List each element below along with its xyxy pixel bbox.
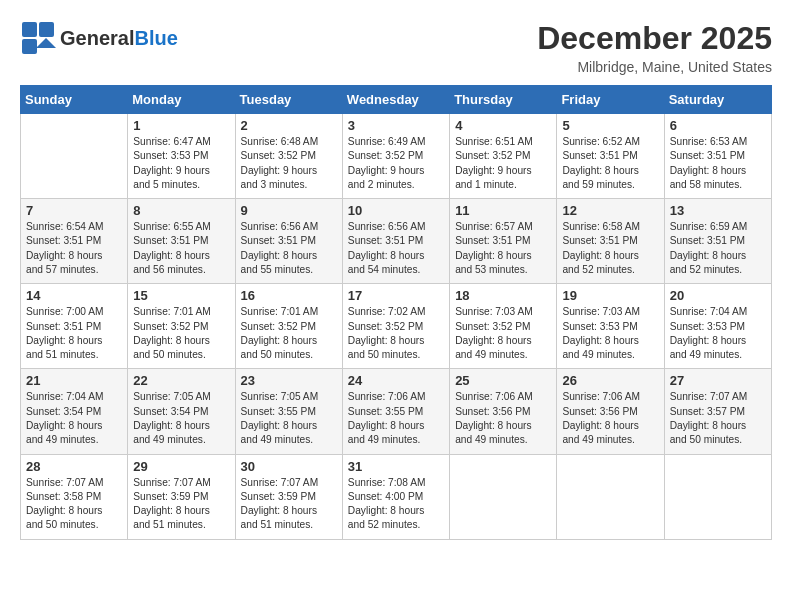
logo-icon — [20, 20, 56, 56]
day-number: 1 — [133, 118, 229, 133]
calendar-cell: 14Sunrise: 7:00 AM Sunset: 3:51 PM Dayli… — [21, 284, 128, 369]
cell-info: Sunrise: 6:52 AM Sunset: 3:51 PM Dayligh… — [562, 135, 658, 192]
cell-info: Sunrise: 6:56 AM Sunset: 3:51 PM Dayligh… — [241, 220, 337, 277]
day-number: 27 — [670, 373, 766, 388]
day-number: 5 — [562, 118, 658, 133]
calendar-cell: 3Sunrise: 6:49 AM Sunset: 3:52 PM Daylig… — [342, 114, 449, 199]
cell-info: Sunrise: 7:07 AM Sunset: 3:57 PM Dayligh… — [670, 390, 766, 447]
calendar-cell: 16Sunrise: 7:01 AM Sunset: 3:52 PM Dayli… — [235, 284, 342, 369]
day-number: 26 — [562, 373, 658, 388]
cell-info: Sunrise: 6:55 AM Sunset: 3:51 PM Dayligh… — [133, 220, 229, 277]
calendar-cell: 28Sunrise: 7:07 AM Sunset: 3:58 PM Dayli… — [21, 454, 128, 539]
day-number: 14 — [26, 288, 122, 303]
svg-rect-1 — [39, 22, 54, 37]
title-block: December 2025 Milbridge, Maine, United S… — [537, 20, 772, 75]
calendar-week-4: 21Sunrise: 7:04 AM Sunset: 3:54 PM Dayli… — [21, 369, 772, 454]
day-number: 18 — [455, 288, 551, 303]
day-number: 3 — [348, 118, 444, 133]
day-number: 2 — [241, 118, 337, 133]
calendar-cell: 22Sunrise: 7:05 AM Sunset: 3:54 PM Dayli… — [128, 369, 235, 454]
calendar-cell: 31Sunrise: 7:08 AM Sunset: 4:00 PM Dayli… — [342, 454, 449, 539]
cell-info: Sunrise: 7:03 AM Sunset: 3:53 PM Dayligh… — [562, 305, 658, 362]
day-number: 4 — [455, 118, 551, 133]
calendar-cell: 19Sunrise: 7:03 AM Sunset: 3:53 PM Dayli… — [557, 284, 664, 369]
calendar-cell: 8Sunrise: 6:55 AM Sunset: 3:51 PM Daylig… — [128, 199, 235, 284]
logo: GeneralBlue — [20, 20, 178, 56]
calendar-cell — [664, 454, 771, 539]
calendar-cell: 5Sunrise: 6:52 AM Sunset: 3:51 PM Daylig… — [557, 114, 664, 199]
calendar-cell: 18Sunrise: 7:03 AM Sunset: 3:52 PM Dayli… — [450, 284, 557, 369]
calendar-cell: 1Sunrise: 6:47 AM Sunset: 3:53 PM Daylig… — [128, 114, 235, 199]
svg-rect-0 — [22, 22, 37, 37]
calendar-cell: 27Sunrise: 7:07 AM Sunset: 3:57 PM Dayli… — [664, 369, 771, 454]
day-number: 15 — [133, 288, 229, 303]
calendar-cell: 7Sunrise: 6:54 AM Sunset: 3:51 PM Daylig… — [21, 199, 128, 284]
cell-info: Sunrise: 6:47 AM Sunset: 3:53 PM Dayligh… — [133, 135, 229, 192]
logo-general: General — [60, 27, 134, 49]
cell-info: Sunrise: 7:08 AM Sunset: 4:00 PM Dayligh… — [348, 476, 444, 533]
day-number: 23 — [241, 373, 337, 388]
calendar-cell — [450, 454, 557, 539]
cell-info: Sunrise: 6:56 AM Sunset: 3:51 PM Dayligh… — [348, 220, 444, 277]
calendar-cell: 11Sunrise: 6:57 AM Sunset: 3:51 PM Dayli… — [450, 199, 557, 284]
day-header-saturday: Saturday — [664, 86, 771, 114]
svg-rect-2 — [22, 39, 37, 54]
calendar-cell: 4Sunrise: 6:51 AM Sunset: 3:52 PM Daylig… — [450, 114, 557, 199]
day-number: 9 — [241, 203, 337, 218]
cell-info: Sunrise: 7:07 AM Sunset: 3:59 PM Dayligh… — [133, 476, 229, 533]
calendar-week-1: 1Sunrise: 6:47 AM Sunset: 3:53 PM Daylig… — [21, 114, 772, 199]
calendar-week-3: 14Sunrise: 7:00 AM Sunset: 3:51 PM Dayli… — [21, 284, 772, 369]
cell-info: Sunrise: 7:06 AM Sunset: 3:56 PM Dayligh… — [455, 390, 551, 447]
cell-info: Sunrise: 7:02 AM Sunset: 3:52 PM Dayligh… — [348, 305, 444, 362]
calendar-cell — [557, 454, 664, 539]
cell-info: Sunrise: 6:58 AM Sunset: 3:51 PM Dayligh… — [562, 220, 658, 277]
day-number: 10 — [348, 203, 444, 218]
cell-info: Sunrise: 6:48 AM Sunset: 3:52 PM Dayligh… — [241, 135, 337, 192]
cell-info: Sunrise: 7:06 AM Sunset: 3:56 PM Dayligh… — [562, 390, 658, 447]
cell-info: Sunrise: 7:04 AM Sunset: 3:53 PM Dayligh… — [670, 305, 766, 362]
cell-info: Sunrise: 6:57 AM Sunset: 3:51 PM Dayligh… — [455, 220, 551, 277]
day-number: 22 — [133, 373, 229, 388]
cell-info: Sunrise: 7:00 AM Sunset: 3:51 PM Dayligh… — [26, 305, 122, 362]
cell-info: Sunrise: 7:07 AM Sunset: 3:58 PM Dayligh… — [26, 476, 122, 533]
calendar-cell: 26Sunrise: 7:06 AM Sunset: 3:56 PM Dayli… — [557, 369, 664, 454]
calendar-cell: 17Sunrise: 7:02 AM Sunset: 3:52 PM Dayli… — [342, 284, 449, 369]
day-number: 11 — [455, 203, 551, 218]
day-header-sunday: Sunday — [21, 86, 128, 114]
day-header-wednesday: Wednesday — [342, 86, 449, 114]
calendar-cell: 24Sunrise: 7:06 AM Sunset: 3:55 PM Dayli… — [342, 369, 449, 454]
calendar-cell: 25Sunrise: 7:06 AM Sunset: 3:56 PM Dayli… — [450, 369, 557, 454]
month-title: December 2025 — [537, 20, 772, 57]
day-number: 13 — [670, 203, 766, 218]
logo-blue: Blue — [134, 27, 177, 49]
cell-info: Sunrise: 7:01 AM Sunset: 3:52 PM Dayligh… — [241, 305, 337, 362]
day-header-friday: Friday — [557, 86, 664, 114]
calendar-week-5: 28Sunrise: 7:07 AM Sunset: 3:58 PM Dayli… — [21, 454, 772, 539]
day-number: 31 — [348, 459, 444, 474]
day-number: 29 — [133, 459, 229, 474]
cell-info: Sunrise: 7:01 AM Sunset: 3:52 PM Dayligh… — [133, 305, 229, 362]
day-number: 12 — [562, 203, 658, 218]
day-number: 20 — [670, 288, 766, 303]
cell-info: Sunrise: 7:07 AM Sunset: 3:59 PM Dayligh… — [241, 476, 337, 533]
cell-info: Sunrise: 7:03 AM Sunset: 3:52 PM Dayligh… — [455, 305, 551, 362]
calendar-cell: 9Sunrise: 6:56 AM Sunset: 3:51 PM Daylig… — [235, 199, 342, 284]
cell-info: Sunrise: 6:59 AM Sunset: 3:51 PM Dayligh… — [670, 220, 766, 277]
day-number: 28 — [26, 459, 122, 474]
calendar-cell: 15Sunrise: 7:01 AM Sunset: 3:52 PM Dayli… — [128, 284, 235, 369]
day-header-monday: Monday — [128, 86, 235, 114]
day-number: 30 — [241, 459, 337, 474]
day-number: 25 — [455, 373, 551, 388]
calendar-week-2: 7Sunrise: 6:54 AM Sunset: 3:51 PM Daylig… — [21, 199, 772, 284]
location: Milbridge, Maine, United States — [537, 59, 772, 75]
day-number: 21 — [26, 373, 122, 388]
page-header: GeneralBlue December 2025 Milbridge, Mai… — [20, 20, 772, 75]
cell-info: Sunrise: 7:05 AM Sunset: 3:55 PM Dayligh… — [241, 390, 337, 447]
calendar-cell: 23Sunrise: 7:05 AM Sunset: 3:55 PM Dayli… — [235, 369, 342, 454]
calendar-cell: 10Sunrise: 6:56 AM Sunset: 3:51 PM Dayli… — [342, 199, 449, 284]
calendar-cell — [21, 114, 128, 199]
day-number: 6 — [670, 118, 766, 133]
cell-info: Sunrise: 7:06 AM Sunset: 3:55 PM Dayligh… — [348, 390, 444, 447]
calendar-cell: 2Sunrise: 6:48 AM Sunset: 3:52 PM Daylig… — [235, 114, 342, 199]
calendar-header-row: SundayMondayTuesdayWednesdayThursdayFrid… — [21, 86, 772, 114]
